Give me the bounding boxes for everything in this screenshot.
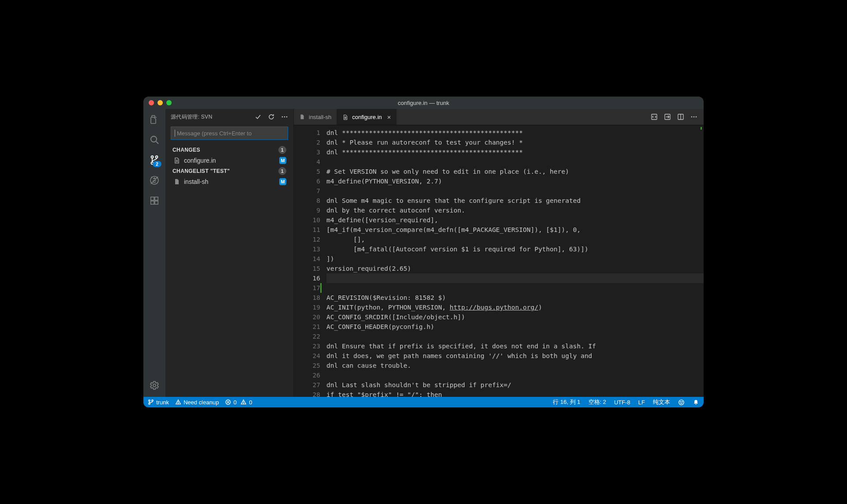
- file-icon: [173, 178, 180, 185]
- side-bar: 源代码管理: SVN Message (press Ctrl+Enter to …: [165, 109, 294, 397]
- settings-gear-icon[interactable]: [148, 379, 161, 392]
- tab-configure-in[interactable]: configure.in ×: [337, 109, 397, 125]
- svg-point-11: [153, 384, 156, 387]
- editor[interactable]: 1234567891011121314151617181920212223242…: [294, 125, 704, 397]
- svg-point-23: [149, 403, 150, 405]
- scm-badge: 2: [153, 161, 161, 167]
- close-tab-icon[interactable]: ×: [387, 113, 391, 121]
- tab-install-sh[interactable]: install-sh: [294, 109, 337, 125]
- eol[interactable]: LF: [638, 399, 645, 406]
- scm-title: 源代码管理: SVN: [171, 113, 252, 121]
- problems-status[interactable]: 0 0: [225, 399, 252, 406]
- cleanup-status[interactable]: Need cleanup: [175, 399, 219, 406]
- minimize-window-button[interactable]: [157, 100, 163, 105]
- debug-disabled-icon[interactable]: [148, 174, 161, 187]
- svg-point-0: [151, 136, 157, 142]
- tabs-bar: install-sh configure.in ×: [294, 109, 704, 125]
- changed-file-row[interactable]: configure.in M: [165, 156, 293, 165]
- indentation[interactable]: 空格: 2: [588, 398, 606, 406]
- changes-header[interactable]: CHANGES 1: [165, 144, 293, 156]
- svg-point-20: [693, 116, 695, 118]
- code-content[interactable]: dnl ************************************…: [326, 125, 704, 397]
- close-window-button[interactable]: [149, 100, 154, 105]
- window-title: configure.in — trunk: [398, 100, 449, 106]
- open-changes-icon[interactable]: [651, 113, 658, 120]
- feedback-smiley-icon[interactable]: [678, 399, 685, 406]
- status-bar: trunk Need cleanup 0 0 行 16, 列 1 空格: 2 U…: [143, 397, 704, 407]
- svg-point-33: [680, 401, 681, 402]
- svg-rect-9: [155, 201, 158, 204]
- search-icon[interactable]: [148, 134, 161, 146]
- line-gutter: 1234567891011121314151617181920212223242…: [294, 125, 326, 397]
- changelist-header[interactable]: CHANGELIST "TEST" 1: [165, 165, 293, 177]
- svg-point-3: [151, 156, 154, 158]
- modified-badge: M: [279, 157, 286, 164]
- open-changes-next-icon[interactable]: [664, 113, 671, 120]
- scm-actions: [255, 113, 288, 120]
- modified-badge: M: [279, 178, 286, 185]
- commit-placeholder: Message (press Ctrl+Enter to: [177, 130, 251, 137]
- svg-point-19: [691, 116, 693, 118]
- encoding[interactable]: UTF-8: [614, 399, 630, 406]
- svg-rect-7: [151, 197, 154, 200]
- svg-rect-10: [155, 197, 158, 200]
- svg-point-24: [152, 400, 154, 402]
- svg-point-34: [682, 401, 682, 402]
- language-mode[interactable]: 纯文本: [653, 398, 670, 406]
- activity-bar: 2: [143, 109, 165, 397]
- more-editor-actions-icon[interactable]: [690, 113, 697, 120]
- commit-message-input[interactable]: Message (press Ctrl+Enter to: [171, 127, 288, 140]
- svg-point-12: [282, 116, 283, 118]
- source-control-icon[interactable]: 2: [148, 154, 161, 166]
- svg-point-22: [149, 400, 150, 402]
- scm-header: 源代码管理: SVN: [165, 109, 293, 125]
- svg-point-26: [178, 403, 178, 404]
- split-editor-icon[interactable]: [677, 113, 684, 120]
- changes-count: 1: [278, 146, 286, 154]
- notifications-bell-icon[interactable]: [693, 399, 699, 406]
- svg-rect-8: [151, 201, 154, 204]
- file-text-icon: [173, 157, 180, 164]
- svg-line-1: [156, 142, 158, 144]
- file-text-icon: [342, 114, 349, 120]
- app-window: configure.in — trunk 2: [143, 97, 704, 407]
- main-area: 2 源代码管理: SVN: [143, 109, 704, 397]
- file-icon: [299, 114, 305, 120]
- file-name: configure.in: [184, 157, 216, 164]
- branch-status[interactable]: trunk: [148, 399, 169, 406]
- svg-point-13: [284, 116, 285, 118]
- changelist-count: 1: [278, 167, 286, 175]
- changelist-file-row[interactable]: install-sh M: [165, 177, 293, 187]
- svg-point-21: [696, 116, 697, 118]
- more-actions-icon[interactable]: [281, 113, 288, 120]
- maximize-window-button[interactable]: [166, 100, 172, 105]
- file-name: install-sh: [184, 178, 208, 185]
- svg-point-32: [679, 399, 684, 404]
- svg-point-31: [244, 403, 244, 404]
- editor-actions: [651, 109, 704, 125]
- cursor-position[interactable]: 行 16, 列 1: [553, 398, 580, 406]
- minimap-marker: [701, 127, 702, 130]
- refresh-icon[interactable]: [268, 113, 275, 120]
- title-bar: configure.in — trunk: [143, 97, 704, 109]
- svg-point-2: [156, 156, 158, 158]
- explorer-icon[interactable]: [148, 113, 161, 126]
- commit-icon[interactable]: [255, 113, 262, 120]
- svg-point-14: [286, 116, 288, 118]
- window-controls: [149, 100, 172, 105]
- extensions-icon[interactable]: [148, 194, 161, 207]
- editor-group: install-sh configure.in × 12345678910111…: [294, 109, 704, 397]
